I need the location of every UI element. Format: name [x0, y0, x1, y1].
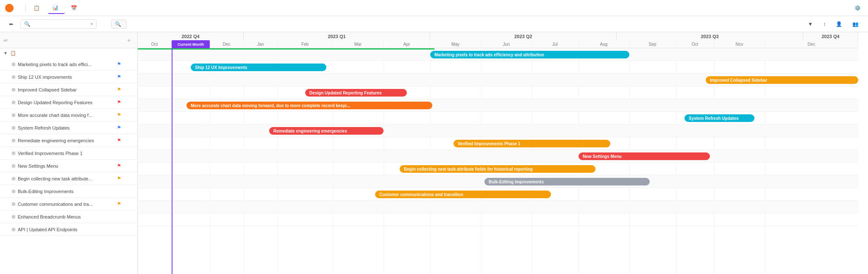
sort-icon: ↕ [823, 21, 826, 27]
item-dot-icon [12, 139, 15, 142]
gantt-area[interactable]: 2022 Q42023 Q12023 Q22023 Q32023 Q4OctNo… [138, 32, 868, 274]
priority-flag-icon: ⚑ [117, 201, 121, 207]
app-logo [5, 4, 14, 12]
main-area: ⇌ + ▼ 📋 Marketing pixels to track ads ef… [0, 32, 868, 274]
gantt-icon: 📊 [52, 5, 58, 11]
item-name: Remediate engineering emergencies [18, 138, 102, 143]
item-dot-icon [12, 63, 15, 66]
sidebar-item[interactable]: Improved Collapsed Sidebar⚑ [0, 83, 137, 96]
item-name: More accurate chart data moving f... [18, 113, 102, 118]
gantt-bar[interactable]: Ship 12 UX Improvements [191, 64, 326, 71]
sidebar-item[interactable]: Begin collecting new task attribute...⚑ [0, 172, 137, 185]
gantt-bar[interactable]: New Settings Menu [579, 152, 710, 160]
sort-button[interactable]: ↕ [821, 20, 830, 28]
zoom-icon: 🔍 [115, 21, 121, 27]
search-icon: 🔍 [24, 21, 31, 27]
sidebar-item[interactable]: Design Updated Reporting Features⚑ [0, 96, 137, 109]
gantt-header: 2022 Q42023 Q12023 Q22023 Q32023 Q4OctNo… [138, 32, 858, 48]
item-dot-icon [12, 190, 15, 193]
sidebar-item[interactable]: Customer communications and tra...⚑ [0, 198, 137, 210]
sidebar-item[interactable]: Remediate engineering emergencies⚑ [0, 134, 137, 147]
filter-icon: ▼ [808, 21, 813, 27]
month-header: Aug [579, 40, 629, 48]
gantt-bar[interactable]: Marketing pixels to track ads efficiency… [430, 51, 629, 58]
toolbar: ⬅ 🔍 ▾ 🔍 ▼ ↕ 👤 👥 [0, 16, 868, 32]
gantt-row [138, 201, 858, 213]
item-dot-icon [12, 75, 15, 79]
item-dot-icon [12, 101, 15, 104]
month-header: Mar [333, 40, 384, 48]
gantt-bar[interactable]: Bulk-Editing Improvements [484, 178, 650, 185]
add-column-button[interactable]: + [124, 37, 134, 44]
sidebar-item[interactable]: Marketing pixels to track ads effici...⚑ [0, 58, 137, 71]
automate-button[interactable]: ⚙️ [854, 5, 863, 11]
sidebar-item[interactable]: Bulk-Editing Improvements [0, 185, 137, 198]
month-header: Oct [676, 40, 714, 48]
item-dot-icon [12, 177, 15, 180]
zoom-to-fit-button[interactable]: 🔍 [111, 19, 127, 29]
collapse-sidebar-button[interactable]: ⬅ [5, 19, 17, 29]
item-name: Begin collecting new task attribute... [18, 176, 102, 181]
collapse-rows-icon[interactable]: ⇌ [3, 37, 8, 43]
item-dot-icon [12, 88, 15, 91]
gantt-bar[interactable]: System Refresh Updates [684, 114, 754, 122]
item-dot-icon [12, 215, 15, 219]
month-header: Sep [629, 40, 676, 48]
gantt-bar[interactable]: Verified Improvements Phase 1 [453, 140, 610, 147]
nav-separator [25, 4, 26, 12]
assignees-button[interactable]: 👥 [850, 20, 863, 28]
item-dot-icon [12, 113, 15, 117]
tab-add-view[interactable] [85, 2, 94, 14]
sidebar-item[interactable]: API | Updated API Endpoints [0, 223, 137, 236]
priority-flag-icon: ⚑ [117, 138, 121, 143]
item-priority: ⚑ [104, 163, 134, 169]
sidebar-item[interactable]: More accurate chart data moving f...⚑ [0, 109, 137, 122]
gantt-bar[interactable]: Remediate engineering emergencies [269, 127, 384, 135]
sidebar-header: ⇌ + [0, 32, 137, 48]
item-name: API | Updated API Endpoints [18, 227, 102, 232]
item-priority: ⚑ [104, 87, 134, 92]
item-priority: ⚑ [104, 176, 134, 181]
sidebar-item[interactable]: System Refresh Updates⚑ [0, 122, 137, 134]
gantt-bar[interactable]: Improved Collapsed Sidebar [706, 76, 858, 84]
search-box[interactable]: 🔍 ▾ [20, 19, 97, 29]
tab-squad-assignment-timeline[interactable]: 📅 [67, 2, 83, 14]
current-month-label: Current Month [172, 40, 210, 48]
sidebar-item[interactable]: Enhanced Breadcrumb Menus [0, 210, 137, 223]
item-priority: ⚑ [104, 112, 134, 118]
item-priority: ⚑ [104, 61, 134, 67]
item-name: Ship 12 UX improvements [18, 75, 102, 80]
quarter-header: 2023 Q4 [803, 32, 858, 40]
current-month-line [172, 48, 172, 274]
me-button[interactable]: 👤 [833, 20, 846, 28]
gantt-row [138, 150, 858, 163]
gantt-bar[interactable]: Begin collecting new task attribute fiel… [400, 165, 595, 173]
filter-button[interactable]: ▼ [805, 20, 817, 28]
priority-flag-icon: ⚑ [117, 176, 121, 181]
tab-quarterly-roadmap[interactable]: 📋 [29, 2, 46, 14]
month-header: Feb [278, 40, 333, 48]
toolbar-right: ▼ ↕ 👤 👥 [805, 20, 863, 28]
item-dot-icon [12, 126, 15, 130]
sidebar-group-header[interactable]: ▼ 📋 [0, 48, 137, 58]
gantt-row [138, 125, 858, 137]
quarter-header: 2022 Q4 [138, 32, 244, 40]
month-header: Dec [765, 40, 858, 48]
gantt-bar[interactable]: Customer communications and transition [375, 191, 551, 198]
item-dot-icon [12, 228, 15, 231]
tab-gantt[interactable]: 📊 [48, 2, 65, 14]
sidebar-item[interactable]: Verified Improvements Phase 1 [0, 147, 137, 160]
squad-icon: 📅 [71, 5, 77, 11]
item-name: New Settings Menu [18, 163, 102, 169]
today-button[interactable] [100, 22, 108, 26]
gantt-bar[interactable]: Design Updated Reporting Features [305, 89, 407, 97]
quarter-header: 2023 Q1 [244, 32, 430, 40]
gantt-bar[interactable]: More accurate chart data moving forward,… [186, 102, 432, 109]
sidebar-item[interactable]: Ship 12 UX improvements⚑ [0, 71, 137, 83]
sidebar: ⇌ + ▼ 📋 Marketing pixels to track ads ef… [0, 32, 138, 274]
search-chevron-icon: ▾ [91, 22, 93, 26]
sidebar-item[interactable]: New Settings Menu⚑ [0, 160, 137, 172]
item-dot-icon [12, 202, 15, 206]
item-priority: ⚑ [104, 125, 134, 130]
item-name: Marketing pixels to track ads effici... [18, 62, 102, 67]
